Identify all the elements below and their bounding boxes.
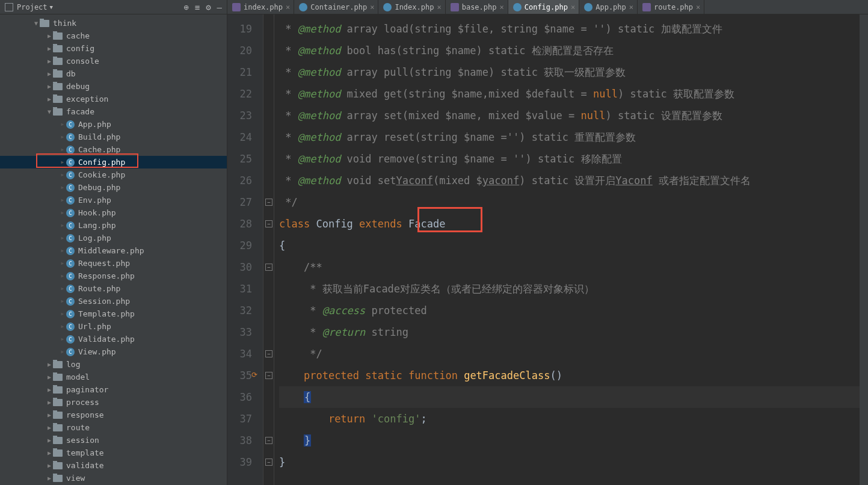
tree-folder[interactable]: ▶debug bbox=[0, 80, 227, 93]
expand-arrow-icon[interactable]: ▶ bbox=[46, 361, 53, 368]
code-line[interactable]: * 获取当前Facade对应类名（或者已经绑定的容器对象标识） bbox=[279, 278, 868, 300]
editor-tab[interactable]: Index.php× bbox=[378, 0, 445, 14]
tree-file[interactable]: ▶CMiddleware.php bbox=[0, 244, 227, 257]
expand-arrow-icon[interactable]: ▶ bbox=[46, 437, 53, 443]
tree-folder[interactable]: ▶route bbox=[0, 421, 227, 434]
fold-marker-icon[interactable]: − bbox=[265, 220, 272, 227]
editor-tab[interactable]: Container.php× bbox=[294, 0, 378, 14]
tree-file[interactable]: ▶CBuild.php bbox=[0, 131, 227, 143]
code-line[interactable]: * @method void setYaconf(mixed $yaconf) … bbox=[279, 170, 868, 191]
fold-marker-icon[interactable]: − bbox=[265, 350, 272, 357]
expand-arrow-icon[interactable]: ▶ bbox=[46, 475, 53, 481]
tree-folder[interactable]: ▶paginator bbox=[0, 383, 227, 396]
editor-tab[interactable]: App.php× bbox=[579, 0, 638, 14]
code-line[interactable]: */ bbox=[279, 191, 868, 213]
tree-folder[interactable]: ▶log bbox=[0, 358, 227, 371]
expand-arrow-icon[interactable]: ▶ bbox=[46, 386, 53, 393]
code-line[interactable]: } bbox=[279, 430, 868, 451]
tree-file[interactable]: ▶CConfig.php bbox=[0, 156, 227, 168]
tree-folder[interactable]: ▶config bbox=[0, 42, 227, 55]
expand-arrow-icon[interactable]: ▶ bbox=[46, 83, 53, 90]
tree-folder[interactable]: ▶db bbox=[0, 67, 227, 80]
code-line[interactable]: { bbox=[279, 386, 868, 408]
expand-arrow-icon[interactable]: ▶ bbox=[46, 32, 53, 39]
tree-folder[interactable]: ▼facade bbox=[0, 105, 227, 118]
tree-file[interactable]: ▶CLang.php bbox=[0, 219, 227, 232]
hide-icon[interactable]: — bbox=[217, 2, 222, 12]
code-line[interactable]: * @method void remove(string $name = '')… bbox=[279, 148, 868, 170]
code-area[interactable]: * @method array load(string $file, strin… bbox=[274, 14, 868, 485]
code-line[interactable]: return 'config'; bbox=[279, 408, 868, 430]
tree-file[interactable]: ▶CCache.php bbox=[0, 143, 227, 156]
chevron-down-icon[interactable]: ▼ bbox=[50, 4, 53, 10]
tree-file[interactable]: ▶CValidate.php bbox=[0, 333, 227, 345]
tree-folder[interactable]: ▶validate bbox=[0, 459, 227, 472]
code-line[interactable]: class Config extends Facade bbox=[279, 213, 868, 235]
expand-arrow-icon[interactable]: ▶ bbox=[46, 449, 53, 456]
tree-folder[interactable]: ▶model bbox=[0, 371, 227, 383]
expand-arrow-icon[interactable]: ▶ bbox=[46, 412, 53, 418]
tree-file[interactable]: ▶CLog.php bbox=[0, 232, 227, 244]
tree-file[interactable]: ▶CRequest.php bbox=[0, 257, 227, 270]
code-line[interactable]: /** bbox=[279, 256, 868, 278]
target-icon[interactable]: ⊕ bbox=[183, 2, 188, 12]
tree-file[interactable]: ▶CCookie.php bbox=[0, 168, 227, 181]
collapse-icon[interactable]: ≡ bbox=[195, 2, 200, 12]
close-icon[interactable]: × bbox=[286, 3, 290, 11]
tree-folder[interactable]: ▶cache bbox=[0, 29, 227, 42]
fold-marker-icon[interactable]: − bbox=[265, 199, 272, 206]
tree-folder[interactable]: ▶view bbox=[0, 472, 227, 484]
project-tree[interactable]: ▼think▶cache▶config▶console▶db▶debug▶exc… bbox=[0, 14, 227, 485]
fold-marker-icon[interactable]: − bbox=[265, 264, 272, 271]
code-line[interactable]: { bbox=[279, 235, 868, 256]
gear-icon[interactable]: ⚙ bbox=[206, 2, 211, 12]
expand-arrow-icon[interactable]: ▶ bbox=[46, 399, 53, 406]
tree-file[interactable]: ▶CHook.php bbox=[0, 206, 227, 219]
tree-folder[interactable]: ▶exception bbox=[0, 93, 227, 105]
code-line[interactable]: */ bbox=[279, 343, 868, 365]
tree-folder[interactable]: ▶console bbox=[0, 55, 227, 67]
code-line[interactable]: * @return string bbox=[279, 321, 868, 343]
code-line[interactable]: * @method mixed get(string $name,mixed $… bbox=[279, 83, 868, 105]
expand-arrow-icon[interactable]: ▶ bbox=[46, 424, 53, 431]
close-icon[interactable]: × bbox=[370, 3, 374, 11]
tree-folder[interactable]: ▶template bbox=[0, 446, 227, 459]
editor[interactable]: 1920212223242526272829303132333435363738… bbox=[227, 14, 868, 485]
tree-file[interactable]: ▶CTemplate.php bbox=[0, 307, 227, 320]
override-marker-icon[interactable]: ⟳ bbox=[251, 371, 257, 379]
code-line[interactable]: protected static function getFacadeClass… bbox=[279, 365, 868, 386]
tree-file[interactable]: ▶CView.php bbox=[0, 345, 227, 358]
code-line[interactable]: * @method array pull(string $name) stati… bbox=[279, 61, 868, 83]
fold-column[interactable]: −−−−−−− bbox=[263, 14, 274, 485]
code-line[interactable]: * @method array load(string $file, strin… bbox=[279, 18, 868, 40]
fold-marker-icon[interactable]: − bbox=[265, 372, 272, 379]
expand-arrow-icon[interactable]: ▶ bbox=[46, 374, 53, 380]
tree-file[interactable]: ▶CEnv.php bbox=[0, 194, 227, 206]
tree-file[interactable]: ▶CDebug.php bbox=[0, 181, 227, 194]
tree-file[interactable]: ▶CApp.php bbox=[0, 118, 227, 131]
editor-tab[interactable]: Config.php× bbox=[508, 0, 579, 14]
expand-arrow-icon[interactable]: ▼ bbox=[32, 20, 40, 26]
close-icon[interactable]: × bbox=[437, 3, 441, 11]
close-icon[interactable]: × bbox=[696, 3, 700, 11]
code-line[interactable]: * @method array set(mixed $name, mixed $… bbox=[279, 105, 868, 126]
tree-folder[interactable]: ▶session bbox=[0, 434, 227, 446]
close-icon[interactable]: × bbox=[629, 3, 633, 11]
tree-folder[interactable]: ▶process bbox=[0, 396, 227, 409]
code-line[interactable]: } bbox=[279, 451, 868, 473]
tree-file[interactable]: ▶CResponse.php bbox=[0, 270, 227, 282]
scrollbar[interactable] bbox=[860, 14, 868, 485]
fold-marker-icon[interactable]: − bbox=[265, 459, 272, 466]
expand-arrow-icon[interactable]: ▼ bbox=[46, 108, 53, 115]
expand-arrow-icon[interactable]: ▶ bbox=[46, 462, 53, 469]
expand-arrow-icon[interactable]: ▶ bbox=[46, 58, 53, 64]
editor-tab[interactable]: route.php× bbox=[638, 0, 704, 14]
close-icon[interactable]: × bbox=[571, 3, 575, 11]
tree-file[interactable]: ▶CRoute.php bbox=[0, 282, 227, 295]
editor-tab[interactable]: base.php× bbox=[446, 0, 508, 14]
tree-folder[interactable]: ▶response bbox=[0, 409, 227, 421]
tree-file[interactable]: ▶CUrl.php bbox=[0, 320, 227, 333]
expand-arrow-icon[interactable]: ▶ bbox=[46, 45, 53, 52]
tree-folder[interactable]: ▼think bbox=[0, 17, 227, 29]
expand-arrow-icon[interactable]: ▶ bbox=[46, 96, 53, 102]
